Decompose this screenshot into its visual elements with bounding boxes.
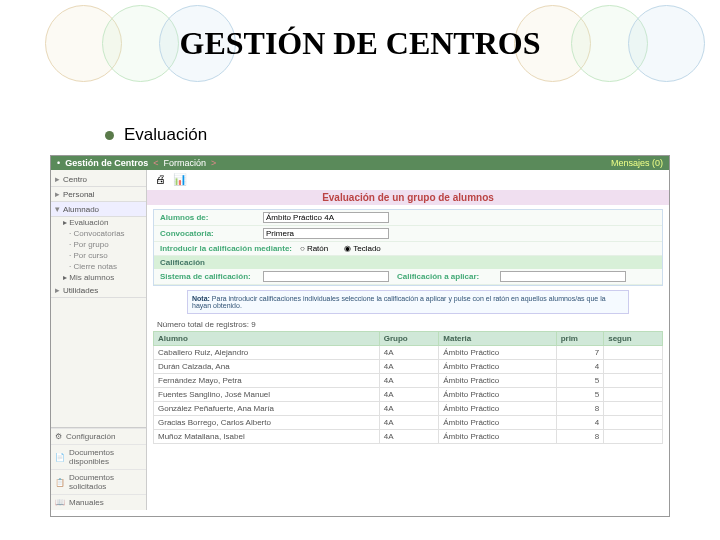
sidebar-leaf-porcurso[interactable]: · Por curso [51, 250, 146, 261]
toolbar: 🖨 📊 [147, 170, 669, 190]
col-alumno[interactable]: Alumno [154, 332, 380, 346]
sistema-select[interactable] [263, 271, 389, 282]
col-prim[interactable]: prim [556, 332, 604, 346]
page-title: Evaluación de un grupo de alumnos [147, 190, 669, 205]
content-area: 🖨 📊 Evaluación de un grupo de alumnos Al… [147, 170, 669, 510]
table-row[interactable]: Caballero Ruiz, Alejandro4AÁmbito Prácti… [154, 346, 663, 360]
table-row[interactable]: Gracias Borrego, Carlos Alberto4AÁmbito … [154, 416, 663, 430]
sidebar-leaf-convocatorias[interactable]: · Convocatorias [51, 228, 146, 239]
table-row[interactable]: Fuentes Sanglino, José Manuel4AÁmbito Pr… [154, 388, 663, 402]
print-icon[interactable]: 🖨 [153, 173, 167, 187]
aplicar-select[interactable] [500, 271, 626, 282]
doc-icon: 📄 [55, 453, 65, 462]
breadcrumb-current[interactable]: Formación [163, 158, 206, 168]
table-row[interactable]: González Peñafuerte, Ana María4AÁmbito P… [154, 402, 663, 416]
sidebar-item-personal[interactable]: ▸Personal [51, 187, 146, 202]
messages-link[interactable]: Mensajes (0) [611, 158, 663, 168]
slide-subtitle: Evaluación [105, 125, 720, 145]
sidebar-item-centro[interactable]: ▸Centro [51, 172, 146, 187]
export-icon[interactable]: 📊 [173, 173, 187, 187]
bottom-config[interactable]: ⚙Configuración [51, 428, 146, 444]
section-calificacion: Calificación [154, 256, 662, 269]
slide-title: GESTIÓN DE CENTROS [0, 15, 720, 62]
convocatoria-label: Convocatoria: [160, 229, 255, 238]
info-note: Nota: Para introducir calificaciones ind… [187, 290, 629, 314]
book-icon: 📖 [55, 498, 65, 507]
grades-table: Alumno Grupo Materia prim segun Caballer… [153, 331, 663, 444]
table-row[interactable]: Fernández Mayo, Petra4AÁmbito Práctico5 [154, 374, 663, 388]
bottom-manuals[interactable]: 📖Manuales [51, 494, 146, 510]
sidebar-leaf-porgrupo[interactable]: · Por grupo [51, 239, 146, 250]
sidebar-item-alumnado[interactable]: ▾Alumnado [51, 202, 146, 217]
app-window: • Gestión de Centros < Formación > Mensa… [50, 155, 670, 517]
gear-icon: ⚙ [55, 432, 62, 441]
aplicar-label: Calificación a aplicar: [397, 272, 492, 281]
col-grupo[interactable]: Grupo [379, 332, 439, 346]
bottom-docsreq[interactable]: 📋Documentos solicitados [51, 469, 146, 494]
radio-raton[interactable]: ○ Ratón [300, 244, 328, 253]
sidebar-item-utilidades[interactable]: ▸Utilidades [51, 283, 146, 298]
convocatoria-select[interactable]: Primera [263, 228, 389, 239]
radio-teclado[interactable]: ◉ Teclado [344, 244, 381, 253]
table-row[interactable]: Muñoz Matallana, Isabel4AÁmbito Práctico… [154, 430, 663, 444]
table-row[interactable]: Durán Calzada, Ana4AÁmbito Práctico4 [154, 360, 663, 374]
bottom-docs[interactable]: 📄Documentos disponibles [51, 444, 146, 469]
alumnos-select[interactable]: Ámbito Práctico 4A [263, 212, 389, 223]
bottom-menu: ⚙Configuración 📄Documentos disponibles 📋… [51, 427, 146, 510]
record-count: Número total de registros: 9 [153, 318, 663, 331]
sistema-label: Sistema de calificación: [160, 272, 255, 281]
sidebar-leaf-cierre[interactable]: · Cierre notas [51, 261, 146, 272]
introducir-label: Introducir la calificación mediante: [160, 244, 292, 253]
doc-icon: 📋 [55, 478, 65, 487]
sidebar-sub-misalumnos[interactable]: ▸ Mis alumnos [51, 272, 146, 283]
breadcrumb: • Gestión de Centros < Formación > [57, 158, 216, 168]
col-materia[interactable]: Materia [439, 332, 556, 346]
topbar: • Gestión de Centros < Formación > Mensa… [51, 156, 669, 170]
col-segun[interactable]: segun [604, 332, 663, 346]
sidebar-sub-evaluacion[interactable]: ▸ Evaluación [51, 217, 146, 228]
sidebar: ▸Centro ▸Personal ▾Alumnado ▸ Evaluación… [51, 170, 147, 510]
alumnos-label: Alumnos de: [160, 213, 255, 222]
